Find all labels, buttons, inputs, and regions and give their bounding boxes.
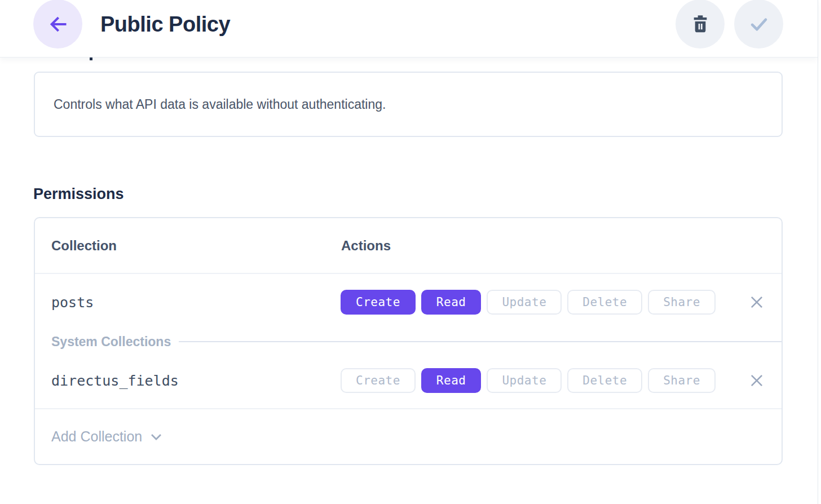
- permission-row-directus-fields: directus_fields Create Read Update Delet…: [35, 353, 782, 409]
- action-toggle-update[interactable]: Update: [487, 368, 562, 393]
- back-button[interactable]: [33, 0, 82, 48]
- remove-row-button[interactable]: [747, 293, 766, 312]
- policy-detail-screen: Public Policy Controls what API data is …: [0, 0, 821, 504]
- add-collection-label: Add Collection: [51, 428, 142, 445]
- clipped-field-label-fragment: [90, 58, 92, 60]
- divider-rule: [179, 341, 782, 342]
- permissions-table: Collection Actions posts Create Read Upd…: [34, 217, 783, 465]
- action-toggle-delete[interactable]: Delete: [567, 290, 642, 315]
- description-field[interactable]: Controls what API data is available with…: [34, 72, 783, 137]
- permissions-heading: Permissions: [33, 185, 124, 203]
- trash-icon: [689, 13, 712, 36]
- scrollbar-track-divider: [818, 0, 818, 504]
- collection-name: directus_fields: [35, 373, 179, 389]
- add-collection-button[interactable]: Add Collection: [51, 428, 163, 445]
- x-icon: [749, 294, 765, 310]
- column-header-collection: Collection: [35, 238, 117, 254]
- remove-row-button[interactable]: [747, 371, 766, 390]
- system-collections-divider: System Collections: [35, 330, 782, 353]
- description-field-value: Controls what API data is available with…: [54, 97, 386, 112]
- action-toggle-share[interactable]: Share: [648, 368, 716, 393]
- action-toggle-create[interactable]: Create: [341, 290, 416, 315]
- app-header: Public Policy: [0, 0, 818, 58]
- save-button[interactable]: [734, 0, 783, 48]
- arrow-left-icon: [47, 13, 69, 36]
- permissions-table-footer: Add Collection: [35, 409, 782, 464]
- permission-row-posts: posts Create Read Update Delete Share: [35, 274, 782, 330]
- action-toggle-read[interactable]: Read: [421, 368, 482, 393]
- action-toggle-read[interactable]: Read: [421, 290, 482, 315]
- check-icon: [747, 12, 771, 37]
- system-collections-label: System Collections: [35, 334, 171, 350]
- action-toggle-create[interactable]: Create: [341, 368, 416, 393]
- action-toggle-delete[interactable]: Delete: [567, 368, 642, 393]
- permissions-table-header: Collection Actions: [35, 218, 782, 274]
- x-icon: [749, 373, 765, 388]
- action-toggles: Create Read Update Delete Share: [341, 274, 716, 330]
- action-toggles: Create Read Update Delete Share: [341, 353, 716, 408]
- action-toggle-share[interactable]: Share: [648, 290, 716, 315]
- action-toggle-update[interactable]: Update: [487, 290, 562, 315]
- chevron-down-icon: [149, 430, 163, 444]
- page-title: Public Policy: [100, 0, 230, 48]
- column-header-actions: Actions: [341, 238, 391, 254]
- delete-policy-button[interactable]: [676, 0, 725, 48]
- collection-name: posts: [35, 294, 94, 311]
